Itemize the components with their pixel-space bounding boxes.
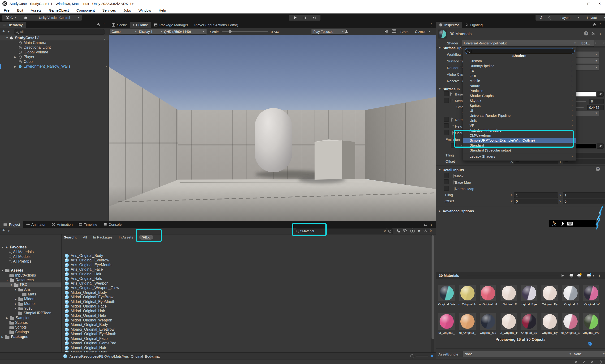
emission-map-slot[interactable]: [451, 143, 456, 148]
material-row[interactable]: Aris_Original_Halo: [62, 276, 429, 281]
height-map-slot[interactable]: [444, 123, 449, 128]
scrollbar-thumb[interactable]: [432, 235, 434, 339]
shader-category[interactable]: GUI›: [463, 73, 576, 78]
preview-lighting-icon[interactable]: [587, 274, 591, 277]
material-row[interactable]: Momoi_Original_EyeBrow: [62, 327, 429, 332]
folder-aris[interactable]: ▼Aris: [0, 287, 62, 292]
scene-menu-icon[interactable]: ⋮: [103, 36, 106, 40]
resolution-dropdown[interactable]: QHD (2560x1440)▼: [162, 29, 206, 34]
material-row[interactable]: Midori_Original_Body: [62, 290, 429, 295]
material-thumbnail[interactable]: [521, 285, 537, 301]
scene-row[interactable]: ▼ StudyCase1-1 ⋮: [0, 36, 109, 40]
detail-mask-slot[interactable]: [444, 173, 449, 178]
tab-hierarchy[interactable]: ☰ Hierarchy: [0, 22, 26, 28]
preview-play-button[interactable]: [561, 274, 564, 278]
scale-slider-knob[interactable]: [229, 30, 232, 33]
material-row[interactable]: Midori_Original_EyeMouth: [62, 299, 429, 304]
layers-dropdown[interactable]: Layers▼: [553, 15, 581, 21]
debug-bug-icon[interactable]: [345, 29, 348, 34]
folder-yuzu[interactable]: ▶Yuzu: [0, 306, 62, 311]
menu-services[interactable]: Services: [99, 7, 120, 13]
shader-item-selected[interactable]: SimpleURPToonLitExample(With Outline): [463, 138, 576, 143]
folder-scripts[interactable]: Scripts: [0, 325, 62, 330]
material-row[interactable]: Midori_Original_Hair: [62, 309, 429, 313]
close-button[interactable]: ✕: [594, 0, 605, 7]
help-icon[interactable]: ?: [584, 31, 588, 36]
material-row[interactable]: Midori_Original_Weapon: [62, 318, 429, 323]
folder-resources[interactable]: ▼Resources: [0, 278, 62, 283]
hierarchy-item[interactable]: ▶ Player: [24, 55, 34, 59]
material-menu-icon[interactable]: ⋮: [599, 31, 602, 36]
menu-file[interactable]: File: [0, 7, 13, 13]
frame-debugger-keyboard-icon[interactable]: [392, 29, 396, 34]
shader-category[interactable]: Sprites›: [463, 103, 576, 108]
scope-all[interactable]: All: [83, 235, 87, 239]
folder-midori[interactable]: ▶Midori: [0, 297, 62, 301]
tab-console[interactable]: Console: [101, 221, 125, 228]
assetbundle-variant-dropdown[interactable]: None▼: [572, 351, 605, 357]
shader-category[interactable]: Skybox›: [463, 98, 576, 103]
preview-header[interactable]: 30 Materials ▼ ⋮: [436, 272, 605, 279]
results-scrollbar[interactable]: [431, 234, 434, 352]
preview-drag-handle[interactable]: [467, 275, 559, 275]
material-row[interactable]: Aris_Original_Face: [62, 267, 429, 272]
preview-variant-icon[interactable]: [577, 274, 581, 277]
shader-category[interactable]: Custom›: [463, 58, 576, 63]
hierarchy-item[interactable]: Main Camera: [24, 40, 46, 45]
folder-simpleurptoon[interactable]: SimpleURPToon: [0, 311, 62, 315]
help-icon[interactable]: ?: [596, 167, 600, 171]
texture-picker-icon[interactable]: [453, 174, 453, 178]
tab-lighting[interactable]: Lighting: [462, 22, 486, 28]
project-menu-icon[interactable]: ⋮: [430, 222, 433, 226]
material-thumbnail[interactable]: [562, 313, 579, 330]
scope-fbx-pill[interactable]: 'FBX': [139, 235, 153, 240]
detail-offset-y-field[interactable]: 0: [563, 198, 605, 204]
material-row[interactable]: Momoi_Original_Face: [62, 336, 429, 341]
shader-item-cmwaveform[interactable]: CMWaveform: [463, 133, 576, 138]
scene-foldout-icon[interactable]: ▼: [6, 37, 9, 39]
material-thumbnail[interactable]: [583, 285, 599, 301]
material-thumbnail[interactable]: [521, 313, 537, 330]
layout-dropdown[interactable]: Layout▼: [579, 15, 605, 21]
material-row[interactable]: Midori_Original_Halo: [62, 313, 429, 318]
material-row[interactable]: Momoi_Original_Body: [62, 322, 429, 327]
material-row[interactable]: Aris_Original_Weapon_Glow: [62, 286, 429, 290]
create-asset-button[interactable]: +: [2, 228, 5, 233]
detail-offset-x-field[interactable]: 0: [514, 198, 558, 204]
shader-item[interactable]: Standard (Specular setup): [463, 148, 576, 153]
eyedropper-icon[interactable]: [597, 91, 604, 97]
gizmos-dropdown[interactable]: Gizmos▼: [413, 29, 438, 34]
maximize-button[interactable]: ▢: [583, 0, 594, 7]
material-row[interactable]: Aris_Original_Hair: [62, 272, 429, 276]
ready-check-icon[interactable]: [597, 360, 603, 364]
folder-assets[interactable]: ▼Assets: [0, 268, 62, 273]
presets-icon[interactable]: [591, 31, 595, 36]
detail-tiling-y-field[interactable]: 1: [563, 192, 605, 198]
material-thumbnail[interactable]: [541, 285, 558, 301]
hierarchy-item[interactable]: Cube: [24, 59, 33, 64]
folder-settings[interactable]: Settings: [0, 330, 62, 335]
search-by-type-icon[interactable]: [396, 229, 400, 234]
add-object-dropdown-icon[interactable]: ▼: [8, 31, 10, 33]
ime-keyboard-icon[interactable]: [567, 221, 573, 226]
material-thumbnail[interactable]: [438, 313, 455, 330]
shader-category[interactable]: Mobile›: [463, 78, 576, 83]
occlusion-map-slot[interactable]: [444, 130, 449, 135]
debugger-detached-icon[interactable]: [573, 360, 579, 364]
search-log-icon[interactable]: !: [410, 229, 415, 233]
shader-category[interactable]: UI›: [463, 108, 576, 113]
base-map-slot[interactable]: [444, 91, 449, 96]
menu-jobs[interactable]: Jobs: [120, 7, 135, 13]
shader-category-legacy[interactable]: Legacy Shaders›: [463, 154, 576, 159]
hierarchy-item[interactable]: Directional Light: [24, 45, 51, 50]
notifications-muted-icon[interactable]: [589, 360, 595, 364]
shader-item-standard[interactable]: Standard: [463, 143, 576, 148]
cloud-button[interactable]: [19, 15, 32, 21]
folder-fbx-selected[interactable]: ▼FBX: [0, 283, 62, 287]
hidden-count[interactable]: 19: [424, 229, 432, 233]
tab-package-manager[interactable]: Package Manager: [151, 22, 191, 28]
favorites-root[interactable]: ▼★ Favorites: [0, 245, 62, 250]
tab-timeline[interactable]: Timeline: [76, 221, 100, 228]
texture-picker-icon[interactable]: [460, 144, 460, 148]
material-thumbnail[interactable]: [459, 313, 476, 330]
